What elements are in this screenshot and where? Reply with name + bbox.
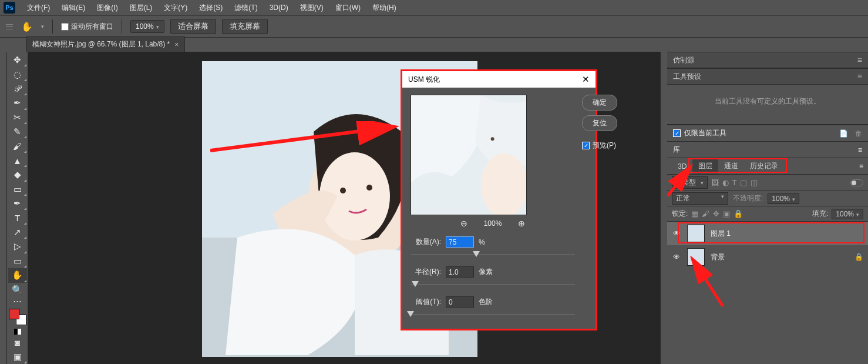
filter-type-icon[interactable]: T bbox=[732, 178, 737, 187]
fill-input[interactable]: 100%▾ bbox=[832, 209, 863, 219]
svg-point-5 bbox=[366, 185, 372, 191]
filter-shape-icon[interactable]: ▢ bbox=[740, 178, 747, 187]
eyedropper-tool[interactable]: ✎ bbox=[8, 125, 27, 139]
lock-label: 锁定: bbox=[672, 209, 688, 219]
visibility-toggle[interactable]: 👁 bbox=[672, 229, 681, 238]
menu-image[interactable]: 图像(I) bbox=[91, 1, 123, 15]
menu-filter[interactable]: 滤镜(T) bbox=[228, 1, 263, 15]
delete-preset-icon[interactable]: 🗑 bbox=[855, 129, 862, 138]
filter-smart-icon[interactable]: ◫ bbox=[751, 178, 758, 187]
layer-row[interactable]: 👁 图层 1 bbox=[667, 222, 868, 245]
radius-label: 半径(R): bbox=[411, 267, 441, 277]
blend-mode-select[interactable]: 正常▾ bbox=[672, 192, 728, 205]
zoom-select[interactable]: 100%▾ bbox=[130, 20, 164, 33]
menu-select[interactable]: 选择(S) bbox=[193, 1, 228, 15]
fg-color-swatch[interactable] bbox=[9, 309, 19, 319]
move-tool[interactable]: ✥ bbox=[8, 53, 27, 67]
tab-history[interactable]: 历史记录 bbox=[744, 159, 784, 173]
gradient-tool[interactable]: ▭ bbox=[8, 182, 27, 196]
divider bbox=[52, 19, 53, 34]
zoom-in-icon[interactable]: ⊕ bbox=[518, 219, 525, 228]
quick-select-tool[interactable]: ✒ bbox=[8, 96, 27, 110]
menu-window[interactable]: 窗口(W) bbox=[329, 1, 366, 15]
toolbar-edit[interactable]: ⋯ bbox=[8, 297, 27, 305]
type-tool[interactable]: T bbox=[8, 211, 27, 225]
menu-type[interactable]: 文字(Y) bbox=[158, 1, 193, 15]
visibility-toggle[interactable]: 👁 bbox=[672, 253, 681, 261]
clone-source-panel-tab[interactable]: 仿制源 bbox=[673, 55, 694, 65]
shape-tool[interactable]: ▭ bbox=[8, 254, 27, 268]
marquee-tool[interactable]: ◌ bbox=[8, 67, 27, 81]
menu-help[interactable]: 帮助(H) bbox=[366, 1, 402, 15]
lock-icon: 🔒 bbox=[854, 253, 863, 261]
threshold-input[interactable] bbox=[446, 296, 474, 308]
menu-view[interactable]: 视图(V) bbox=[294, 1, 329, 15]
amount-input[interactable] bbox=[446, 236, 474, 248]
library-panel-tab[interactable]: 库 bbox=[673, 145, 680, 155]
panel-menu-icon[interactable]: ≡ bbox=[857, 72, 862, 81]
filter-image-icon[interactable]: 🖼 bbox=[711, 178, 719, 187]
zoom-tool[interactable]: 🔍 bbox=[8, 283, 27, 297]
filter-adjust-icon[interactable]: ◐ bbox=[722, 178, 729, 187]
menu-3d[interactable]: 3D(D) bbox=[264, 1, 294, 14]
radius-input[interactable] bbox=[446, 266, 474, 278]
scroll-all-checkbox[interactable]: 滚动所有窗口 bbox=[61, 22, 113, 32]
panel-menu-icon[interactable]: ≡ bbox=[857, 55, 862, 65]
fit-screen-button[interactable]: 适合屏幕 bbox=[170, 19, 216, 34]
preview-checkbox[interactable]: ✓ 预览(P) bbox=[582, 141, 616, 151]
hand-tool-icon[interactable]: ✋ bbox=[21, 21, 33, 32]
layer-row[interactable]: 👁 背景 🔒 bbox=[667, 245, 868, 269]
direct-select-tool[interactable]: ▷ bbox=[8, 239, 27, 253]
chevron-down-icon[interactable]: ▾ bbox=[41, 24, 44, 29]
menu-file[interactable]: 文件(F) bbox=[21, 1, 56, 15]
canvas[interactable]: USM 锐化 ✕ bbox=[28, 52, 660, 364]
tab-3d[interactable]: 3D bbox=[672, 160, 692, 173]
quickmask-toggle[interactable]: ◙ bbox=[8, 335, 27, 349]
fill-screen-button[interactable]: 填充屏幕 bbox=[222, 19, 268, 34]
lock-all-icon[interactable]: 🔒 bbox=[734, 209, 743, 218]
collapsed-panel-strip-right[interactable] bbox=[660, 52, 667, 364]
dialog-preview[interactable] bbox=[411, 95, 527, 215]
ok-button[interactable]: 确定 bbox=[582, 95, 617, 111]
reset-button[interactable]: 复位 bbox=[582, 115, 617, 131]
filter-toggle[interactable] bbox=[850, 179, 863, 186]
tab-channels[interactable]: 通道 bbox=[718, 159, 744, 173]
layer-name[interactable]: 图层 1 bbox=[711, 229, 731, 239]
lock-artboard-icon[interactable]: ▣ bbox=[723, 209, 730, 218]
new-preset-icon[interactable]: 📄 bbox=[839, 129, 848, 138]
stamp-tool[interactable]: ▲ bbox=[8, 153, 27, 168]
eraser-tool[interactable]: ◆ bbox=[8, 168, 27, 182]
lock-paint-icon[interactable]: 🖌 bbox=[702, 209, 709, 218]
threshold-unit: 色阶 bbox=[479, 297, 493, 307]
panel-menu-icon[interactable]: ≡ bbox=[859, 162, 868, 171]
fg-bg-color[interactable] bbox=[9, 309, 26, 325]
screenmode-toggle[interactable]: ▣ bbox=[8, 350, 27, 364]
panel-menu-icon[interactable]: ≡ bbox=[858, 146, 862, 154]
dialog-close-icon[interactable]: ✕ bbox=[582, 74, 590, 85]
radius-unit: 像素 bbox=[479, 267, 493, 277]
radius-slider[interactable] bbox=[411, 280, 575, 288]
zoom-out-icon[interactable]: ⊖ bbox=[460, 219, 467, 228]
threshold-slider[interactable] bbox=[411, 310, 575, 318]
crop-tool[interactable]: ✂ bbox=[8, 111, 27, 125]
layer-filter-kind[interactable]: ρ 类型 ▾ bbox=[672, 176, 708, 189]
only-current-tool-checkbox[interactable]: ✓ 仅限当前工具 bbox=[673, 128, 726, 138]
document-tab[interactable]: 模糊女神照片.jpg @ 66.7% (图层 1, Lab/8) * × bbox=[26, 36, 185, 52]
opacity-input[interactable]: 100%▾ bbox=[768, 193, 799, 204]
amount-slider[interactable] bbox=[411, 250, 575, 258]
close-tab-icon[interactable]: × bbox=[174, 41, 179, 49]
tab-layers[interactable]: 图层 bbox=[692, 159, 718, 173]
default-colors-icon[interactable] bbox=[14, 329, 21, 335]
lasso-tool[interactable]: 𝒫 bbox=[8, 82, 27, 96]
menu-edit[interactable]: 编辑(E) bbox=[56, 1, 91, 15]
lock-position-icon[interactable]: ✥ bbox=[713, 209, 719, 218]
path-tool[interactable]: ↗ bbox=[8, 225, 27, 239]
tool-presets-panel-tab[interactable]: 工具预设 bbox=[673, 72, 701, 82]
brush-tool[interactable]: 🖌 bbox=[8, 139, 27, 153]
lock-transparent-icon[interactable]: ▦ bbox=[691, 209, 698, 218]
collapsed-panel-strip[interactable] bbox=[0, 52, 7, 364]
layer-name[interactable]: 背景 bbox=[711, 252, 725, 262]
menu-layer[interactable]: 图层(L) bbox=[124, 1, 159, 15]
hand-tool[interactable]: ✋ bbox=[8, 268, 27, 282]
pen-tool[interactable]: ✒ bbox=[8, 196, 27, 211]
